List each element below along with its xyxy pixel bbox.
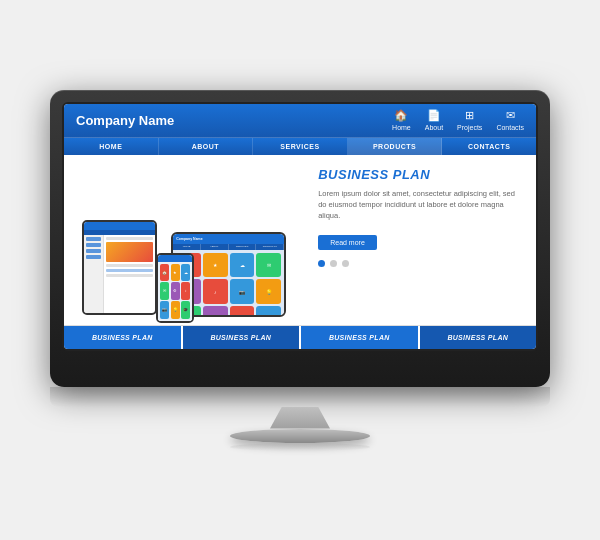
ts-content-bar: [106, 237, 153, 240]
monitor-bezel: Company Name 🏠 Home 📄 About ⊞ Projects: [62, 102, 538, 351]
nav-projects-label: Projects: [457, 124, 482, 131]
tablet-small: [82, 220, 157, 315]
phone-app: 💡: [171, 301, 180, 318]
ts-main: [104, 235, 155, 313]
contacts-icon: ✉: [503, 110, 517, 122]
stand-reflection: [230, 443, 370, 451]
phone-app: ★: [171, 264, 180, 281]
monitor-scene: Company Name 🏠 Home 📄 About ⊞ Projects: [50, 90, 550, 451]
card-2[interactable]: BUSINESS PLAN: [183, 326, 302, 349]
site-cards: BUSINESS PLAN BUSINESS PLAN BUSINESS PLA…: [64, 325, 536, 349]
nav-about-label: About: [425, 124, 443, 131]
tablet-menu-item: ABOUT: [201, 244, 229, 250]
tablet-logo: Company Name: [176, 237, 202, 241]
phone-app: ⚙: [171, 282, 180, 299]
ts-sidebar-item: [86, 255, 101, 259]
site-menu: HOME ABOUT SERVICES PRODUCTS CONTACTS: [64, 137, 536, 155]
dot-1[interactable]: [318, 260, 325, 267]
phone-app: ♪: [181, 282, 190, 299]
app-icon: 📷: [230, 279, 255, 304]
nav-home-label: Home: [392, 124, 411, 131]
dots-indicator: [318, 260, 522, 267]
site-content: Company Name HOME ABOUT SERVICES PRODUCT…: [64, 155, 536, 325]
ts-sidebar-item: [86, 243, 101, 247]
app-icon: 📱: [256, 306, 281, 315]
app-icon: ☁: [230, 253, 255, 278]
ts-header: [84, 222, 155, 230]
projects-icon: ⊞: [463, 110, 477, 122]
app-icon: 💡: [256, 279, 281, 304]
tablet-menu-item: PRODUCTS: [256, 244, 284, 250]
phone-app: ✉: [160, 282, 169, 299]
monitor-outer: Company Name 🏠 Home 📄 About ⊞ Projects: [50, 90, 550, 387]
card-4[interactable]: BUSINESS PLAN: [420, 326, 537, 349]
phone-app: ☁: [181, 264, 190, 281]
phone-app: 🎓: [181, 301, 190, 318]
ts-content-bar: [106, 274, 153, 277]
ts-sidebar: [84, 235, 104, 313]
dot-3[interactable]: [342, 260, 349, 267]
header-nav: 🏠 Home 📄 About ⊞ Projects ✉: [392, 110, 524, 131]
business-plan-text: Lorem ipsum dolor sit amet, consectetur …: [318, 188, 522, 222]
ts-content-bar: [106, 264, 153, 267]
dot-2[interactable]: [330, 260, 337, 267]
monitor-reflection: [50, 387, 550, 407]
about-icon: 📄: [427, 110, 441, 122]
ts-img: [106, 242, 153, 262]
tablet-menu: HOME ABOUT SERVICES PRODUCTS: [173, 244, 284, 250]
nav-contacts-label: Contacts: [496, 124, 524, 131]
site-header: Company Name 🏠 Home 📄 About ⊞ Projects: [64, 104, 536, 137]
phone-header: [158, 255, 192, 262]
menu-services[interactable]: SERVICES: [253, 138, 348, 155]
phone-app: 📷: [160, 301, 169, 318]
phone-screen: 🏠 ★ ☁ ✉ ⚙ ♪ 📷 💡 🎓: [158, 255, 192, 321]
ts-content-bar: [106, 269, 153, 272]
ts-sidebar-item: [86, 249, 101, 253]
devices-area: Company Name HOME ABOUT SERVICES PRODUCT…: [64, 155, 304, 325]
menu-contacts[interactable]: CONTACTS: [442, 138, 536, 155]
menu-about[interactable]: ABOUT: [159, 138, 254, 155]
tablet-menu-item: SERVICES: [229, 244, 257, 250]
nav-about[interactable]: 📄 About: [425, 110, 443, 131]
read-more-button[interactable]: Read more: [318, 235, 377, 250]
home-icon: 🏠: [394, 110, 408, 122]
monitor-screen: Company Name 🏠 Home 📄 About ⊞ Projects: [64, 104, 536, 349]
card-1[interactable]: BUSINESS PLAN: [64, 326, 183, 349]
ts-layout: [84, 235, 155, 313]
phone-app: 🏠: [160, 264, 169, 281]
tablet-menu-item: HOME: [173, 244, 201, 250]
monitor-stand-neck: [270, 407, 330, 429]
phone-apps-grid: 🏠 ★ ☁ ✉ ⚙ ♪ 📷 💡 🎓: [158, 262, 192, 321]
app-icon: 🎮: [230, 306, 255, 315]
app-icon: ♪: [203, 279, 228, 304]
monitor-stand-base: [230, 429, 370, 443]
app-icon: 📍: [203, 306, 228, 315]
ts-sidebar-item: [86, 237, 101, 241]
tablet-small-screen: [84, 222, 155, 313]
menu-home[interactable]: HOME: [64, 138, 159, 155]
nav-home[interactable]: 🏠 Home: [392, 110, 411, 131]
menu-products[interactable]: PRODUCTS: [348, 138, 443, 155]
company-name: Company Name: [76, 113, 174, 128]
nav-projects[interactable]: ⊞ Projects: [457, 110, 482, 131]
app-icon: ✉: [256, 253, 281, 278]
content-area: BUSINESS PLAN Lorem ipsum dolor sit amet…: [304, 155, 536, 325]
tablet-header: Company Name: [173, 234, 284, 244]
business-plan-title: BUSINESS PLAN: [318, 167, 522, 182]
phone: 🏠 ★ ☁ ✉ ⚙ ♪ 📷 💡 🎓: [156, 253, 194, 323]
app-icon: ★: [203, 253, 228, 278]
card-3[interactable]: BUSINESS PLAN: [301, 326, 420, 349]
nav-contacts[interactable]: ✉ Contacts: [496, 110, 524, 131]
